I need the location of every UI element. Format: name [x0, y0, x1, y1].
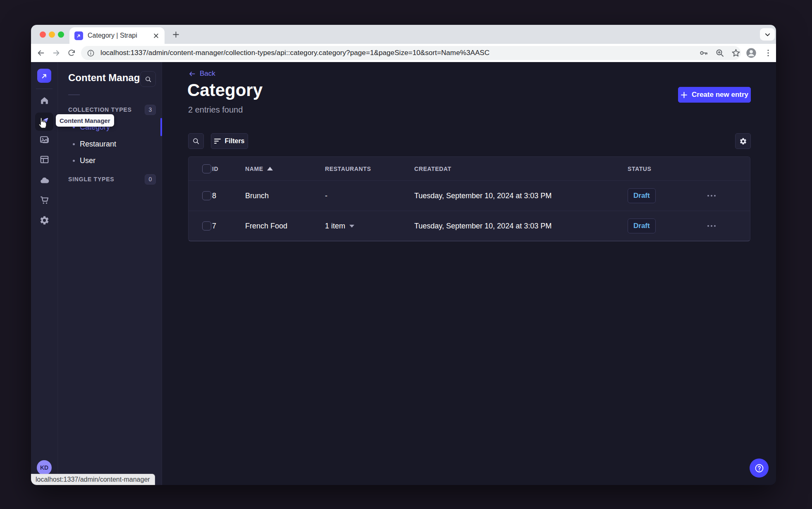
- table-search-button[interactable]: [188, 133, 204, 149]
- cell-restaurants-dropdown[interactable]: 1 item: [325, 222, 414, 230]
- create-new-entry-button[interactable]: Create new entry: [678, 87, 751, 103]
- subnav-search-button[interactable]: [140, 71, 156, 87]
- search-icon: [145, 76, 152, 83]
- section-label: COLLECTION TYPES: [68, 106, 132, 113]
- entries-count: 2 entries found: [188, 105, 243, 115]
- fullscreen-window-button[interactable]: [58, 31, 64, 38]
- subnav-divider: [68, 94, 80, 95]
- help-icon: [754, 463, 764, 473]
- browser-window: Category | Strapi localhost:1337/admin/c…: [31, 25, 776, 485]
- marketplace-cart-icon[interactable]: [39, 195, 50, 205]
- media-library-icon[interactable]: [39, 134, 50, 145]
- user-avatar[interactable]: KD: [37, 460, 52, 475]
- table-row[interactable]: 8 Brunch - Tuesday, September 10, 2024 a…: [189, 180, 750, 211]
- help-button[interactable]: [750, 459, 769, 478]
- sidebar-item-restaurant[interactable]: Restaurant: [73, 139, 116, 149]
- view-settings-button[interactable]: [735, 133, 751, 149]
- column-header-createdat[interactable]: CREATEDAT: [414, 166, 628, 172]
- nav-tooltip: Content Manager: [56, 114, 114, 127]
- search-icon: [192, 137, 200, 145]
- tab-title: Category | Strapi: [88, 32, 152, 39]
- content-type-builder-icon[interactable]: [39, 154, 50, 165]
- cell-id: 8: [212, 192, 245, 200]
- url-text: localhost:1337/admin/content-manager/col…: [100, 49, 490, 57]
- home-icon[interactable]: [39, 95, 50, 106]
- sort-ascending-icon: [267, 167, 273, 170]
- password-key-icon[interactable]: [699, 48, 709, 58]
- chevron-down-icon: [349, 225, 354, 228]
- entries-table: ID NAME RESTAURANTS CREATEDAT STATUS 8 B…: [188, 156, 750, 241]
- strapi-logo[interactable]: [37, 69, 51, 83]
- browser-url-bar: localhost:1337/admin/content-manager/col…: [31, 44, 776, 62]
- browser-reload-icon[interactable]: [67, 48, 76, 58]
- minimize-window-button[interactable]: [49, 31, 55, 38]
- collection-types-count-badge: 3: [145, 105, 156, 115]
- bookmark-star-icon[interactable]: [731, 48, 741, 58]
- column-header-name[interactable]: NAME: [245, 166, 325, 172]
- tab-close-icon[interactable]: [152, 32, 160, 39]
- address-bar[interactable]: localhost:1337/admin/content-manager/col…: [81, 46, 741, 60]
- deploy-cloud-icon[interactable]: [39, 175, 50, 185]
- status-badge: Draft: [628, 218, 656, 233]
- site-info-icon[interactable]: [87, 49, 95, 57]
- plus-icon: [681, 91, 688, 98]
- section-label: SINGLE TYPES: [68, 176, 115, 182]
- single-types-count-badge: 0: [145, 174, 156, 185]
- browser-back-icon[interactable]: [36, 48, 45, 58]
- row-checkbox[interactable]: [202, 191, 211, 200]
- cell-createdat: Tuesday, September 10, 2024 at 3:03 PM: [414, 222, 628, 230]
- back-link[interactable]: Back: [188, 70, 215, 78]
- cell-name: French Food: [245, 222, 325, 230]
- avatar-initials: KD: [40, 464, 48, 471]
- browser-tab-strip: Category | Strapi: [31, 25, 776, 44]
- gear-icon: [739, 137, 747, 145]
- filters-button[interactable]: Filters: [211, 133, 248, 149]
- bullet-icon: [73, 143, 75, 145]
- cell-restaurants: -: [325, 192, 414, 200]
- select-all-checkbox[interactable]: [202, 164, 211, 173]
- row-actions-menu-icon[interactable]: [707, 225, 716, 227]
- cell-id: 7: [212, 222, 245, 230]
- pointer-cursor: [36, 117, 48, 129]
- row-actions-menu-icon[interactable]: [707, 195, 716, 197]
- close-window-button[interactable]: [40, 31, 46, 38]
- strapi-favicon-icon: [74, 31, 83, 40]
- zoom-page-icon[interactable]: [715, 48, 725, 58]
- nav-divider: [36, 89, 53, 89]
- column-header-status[interactable]: STATUS: [628, 166, 696, 172]
- subnav-title: Content Manager: [68, 72, 149, 84]
- filter-icon: [214, 139, 221, 144]
- new-tab-button[interactable]: [171, 29, 181, 40]
- browser-menu-icon[interactable]: [764, 48, 773, 58]
- row-checkbox[interactable]: [202, 221, 211, 230]
- page-title: Category: [187, 80, 263, 100]
- tab-search-chevron-icon[interactable]: [760, 28, 775, 41]
- browser-tab[interactable]: Category | Strapi: [69, 27, 165, 44]
- browser-status-bar: localhost:1337/admin/content-manager: [31, 474, 155, 485]
- cell-createdat: Tuesday, September 10, 2024 at 3:03 PM: [414, 192, 628, 200]
- cell-name: Brunch: [245, 192, 325, 200]
- status-badge: Draft: [628, 188, 656, 203]
- strapi-admin-app: KD Content Manager COLLECTION TYPES 3 Ca…: [31, 62, 776, 485]
- active-item-indicator: [160, 118, 162, 136]
- bullet-icon: [73, 160, 75, 162]
- column-header-restaurants[interactable]: RESTAURANTS: [325, 166, 414, 172]
- browser-forward-icon[interactable]: [52, 48, 61, 58]
- table-row[interactable]: 7 French Food 1 item Tuesday, September …: [189, 211, 750, 241]
- table-header-row: ID NAME RESTAURANTS CREATEDAT STATUS: [189, 157, 750, 180]
- browser-profile-icon[interactable]: [745, 47, 757, 59]
- single-types-section: SINGLE TYPES 0: [68, 174, 156, 185]
- settings-gear-icon[interactable]: [39, 215, 50, 226]
- arrow-left-icon: [188, 70, 196, 78]
- column-header-id[interactable]: ID: [212, 166, 245, 172]
- sidebar-item-user[interactable]: User: [73, 155, 96, 166]
- collection-types-section: COLLECTION TYPES 3: [68, 104, 156, 115]
